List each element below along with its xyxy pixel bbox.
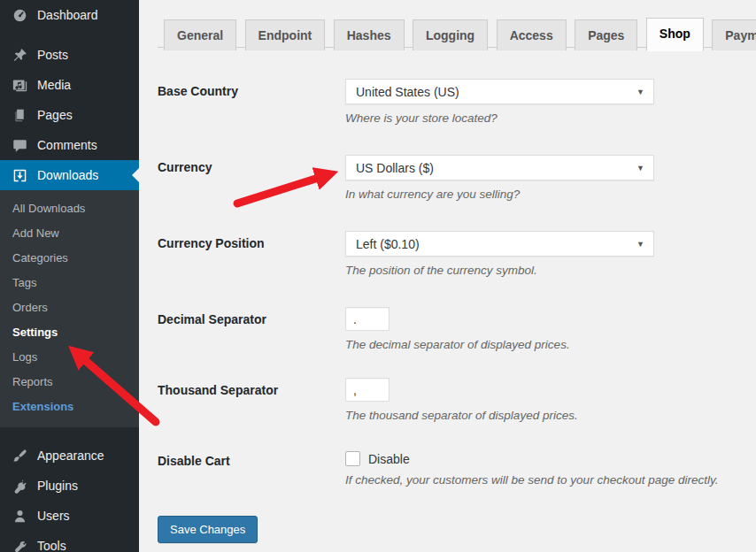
chevron-down-icon: ▼: [636, 240, 644, 249]
sidebar-item-plugins[interactable]: Plugins: [0, 471, 139, 501]
shop-settings-form: Base Country United States (US) ▼ Where …: [158, 79, 756, 543]
sidebar-item-label: Dashboard: [37, 8, 98, 22]
sidebar-item-label: Posts: [37, 48, 68, 62]
submenu-item-extensions[interactable]: Extensions: [0, 395, 139, 419]
currency-position-select[interactable]: Left ($0.10) ▼: [345, 231, 654, 257]
dashboard-icon: [11, 6, 28, 24]
user-icon: [11, 507, 28, 525]
tab-general[interactable]: General: [164, 19, 236, 50]
tab-endpoint[interactable]: Endpoint: [245, 19, 326, 50]
submenu-item-tags[interactable]: Tags: [0, 271, 139, 295]
sidebar-item-label: Plugins: [37, 479, 78, 493]
thousand-separator-label: Thousand Separator: [158, 378, 345, 424]
submenu-item-reports[interactable]: Reports: [0, 370, 139, 395]
submenu-item-categories[interactable]: Categories: [0, 246, 139, 271]
disable-cart-checkbox-label: Disable: [368, 452, 410, 466]
pages-icon: [11, 106, 28, 124]
tab-logging[interactable]: Logging: [413, 19, 488, 50]
submenu-item-add-new[interactable]: Add New: [0, 221, 139, 246]
form-row-base-country: Base Country United States (US) ▼ Where …: [158, 79, 756, 126]
currency-position-description: The position of the currency symbol.: [345, 263, 756, 279]
tab-pages[interactable]: Pages: [575, 19, 637, 50]
media-icon: [11, 76, 28, 94]
sidebar-item-label: Downloads: [37, 168, 98, 182]
base-country-select[interactable]: United States (US) ▼: [345, 79, 654, 104]
tab-hashes[interactable]: Hashes: [334, 19, 405, 50]
selected-value: US Dollars ($): [356, 161, 434, 175]
sidebar-item-dashboard[interactable]: Dashboard: [0, 0, 139, 30]
form-row-currency-position: Currency Position Left ($0.10) ▼ The pos…: [158, 231, 756, 279]
sidebar-item-tools[interactable]: Tools: [0, 531, 139, 552]
sidebar-item-downloads[interactable]: Downloads: [0, 160, 139, 190]
tab-access[interactable]: Access: [497, 19, 567, 50]
submenu-item-all-downloads[interactable]: All Downloads: [0, 196, 139, 221]
sidebar-item-media[interactable]: Media: [0, 70, 139, 100]
sidebar-item-label: Media: [37, 78, 71, 92]
currency-select[interactable]: US Dollars ($) ▼: [345, 155, 654, 180]
sidebar-item-posts[interactable]: Posts: [0, 40, 139, 70]
base-country-label: Base Country: [158, 79, 345, 126]
chevron-down-icon: ▼: [636, 164, 644, 172]
currency-position-label: Currency Position: [158, 231, 345, 279]
sidebar-separator: [0, 30, 139, 40]
wrench-icon: [11, 537, 28, 552]
form-row-thousand-separator: Thousand Separator The thousand separato…: [158, 378, 756, 424]
save-changes-button[interactable]: Save Changes: [158, 516, 258, 543]
sidebar-item-label: Comments: [37, 138, 97, 152]
disable-cart-description: If checked, your customers will be send …: [345, 472, 756, 488]
form-row-currency: Currency US Dollars ($) ▼ In what curren…: [158, 155, 756, 203]
disable-cart-label: Disable Cart: [158, 448, 345, 488]
tab-payment-methods[interactable]: Payment Methods: [712, 19, 756, 50]
sidebar-item-comments[interactable]: Comments: [0, 130, 139, 160]
submenu-item-orders[interactable]: Orders: [0, 295, 139, 320]
settings-content: General Endpoint Hashes Logging Access P…: [139, 0, 756, 552]
disable-cart-checkbox[interactable]: [345, 451, 360, 466]
selected-value: United States (US): [356, 85, 459, 99]
comments-icon: [11, 136, 28, 154]
downloads-submenu: All Downloads Add New Categories Tags Or…: [0, 190, 139, 427]
form-row-decimal-separator: Decimal Separator The decimal separator …: [158, 307, 756, 353]
submenu-item-settings[interactable]: Settings: [0, 320, 139, 345]
form-row-disable-cart: Disable Cart Disable If checked, your cu…: [158, 448, 756, 488]
currency-label: Currency: [158, 155, 345, 203]
plugin-icon: [11, 477, 28, 494]
submenu-item-logs[interactable]: Logs: [0, 345, 139, 370]
sidebar-item-label: Appearance: [37, 448, 104, 463]
sidebar-item-label: Pages: [37, 108, 73, 122]
thousand-separator-description: The thousand separator of displayed pric…: [345, 408, 756, 424]
download-icon: [11, 166, 28, 184]
brush-icon: [11, 447, 28, 464]
admin-sidebar: Dashboard Posts Media Pages Comments Dow…: [0, 0, 139, 552]
sidebar-item-label: Users: [37, 509, 70, 523]
settings-tab-bar: General Endpoint Hashes Logging Access P…: [158, 16, 756, 48]
selected-value: Left ($0.10): [356, 237, 420, 251]
thousand-separator-input[interactable]: [345, 378, 390, 402]
sidebar-item-appearance[interactable]: Appearance: [0, 441, 139, 471]
sidebar-item-users[interactable]: Users: [0, 501, 139, 531]
sidebar-separator: [0, 427, 139, 441]
decimal-separator-description: The decimal separator of displayed price…: [345, 337, 756, 353]
base-country-description: Where is your store located?: [345, 111, 756, 126]
decimal-separator-input[interactable]: [345, 307, 390, 331]
decimal-separator-label: Decimal Separator: [158, 307, 345, 353]
sidebar-item-pages[interactable]: Pages: [0, 100, 139, 130]
sidebar-item-label: Tools: [37, 539, 66, 552]
tab-shop[interactable]: Shop: [646, 18, 704, 51]
currency-description: In what currency are you selling?: [345, 187, 756, 203]
pushpin-icon: [11, 46, 28, 64]
chevron-down-icon: ▼: [636, 88, 644, 96]
